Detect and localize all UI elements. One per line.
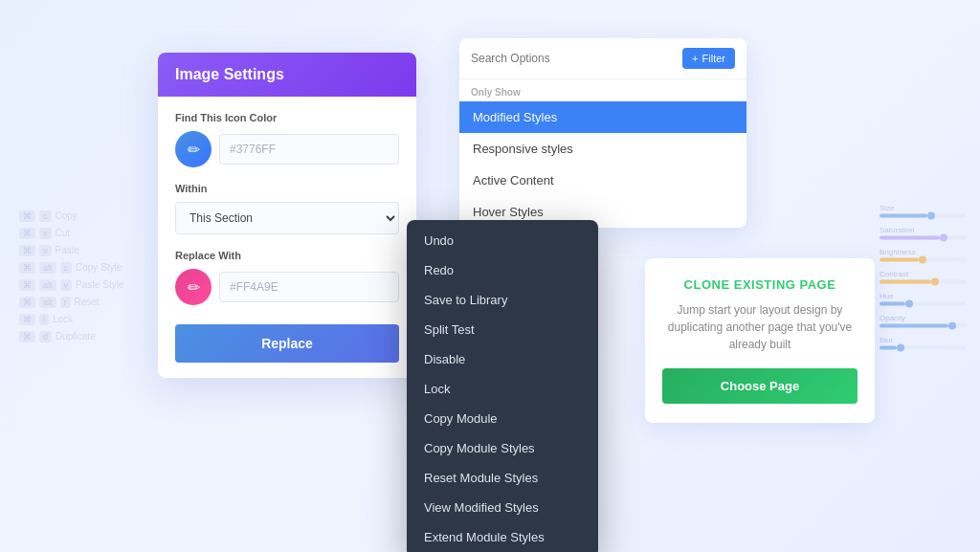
context-menu-lock[interactable]: Lock (407, 374, 598, 404)
context-menu-copy-module-styles[interactable]: Copy Module Styles (407, 433, 598, 463)
context-menu-extend-module-styles[interactable]: Extend Module Styles (407, 522, 598, 552)
only-show-label: Only Show (459, 79, 746, 101)
filter-item-responsive-styles[interactable]: Responsive styles (459, 133, 746, 165)
find-color-row: ✏ (175, 131, 399, 167)
clone-page-card: CLONE EXISTING PAGE Jump start your layo… (645, 258, 875, 423)
shortcut-copy-style: ⌘ alt c Copy Style (19, 262, 124, 274)
context-menu-disable[interactable]: Disable (407, 344, 598, 374)
filter-button[interactable]: + Filter (682, 48, 735, 69)
shortcut-reset: ⌘ alt r Reset (19, 297, 124, 308)
context-menu-undo[interactable]: Undo (407, 226, 598, 255)
shortcut-copy: ⌘ c Copy (19, 210, 124, 222)
filter-item-active-content[interactable]: Active Content (459, 165, 746, 196)
context-menu: Undo Redo Save to Library Split Test Dis… (407, 220, 598, 552)
shortcut-cut: ⌘ x Cut (19, 228, 124, 239)
within-select[interactable]: This Section This Page All Pages (175, 202, 399, 234)
clone-card-description: Jump start your layout design by duplica… (662, 301, 858, 353)
context-menu-save-to-library[interactable]: Save to Library (407, 285, 598, 315)
shortcuts-panel: ⌘ c Copy ⌘ x Cut ⌘ v Paste ⌘ alt c Copy … (19, 210, 124, 342)
replace-label: Replace With (175, 250, 399, 261)
context-menu-view-modified-styles[interactable]: View Modified Styles (407, 493, 598, 522)
shortcut-lock: ⌘ l Lock (19, 314, 124, 325)
replace-color-swatch[interactable]: ✏ (175, 269, 212, 305)
pencil-icon: ✏ (188, 141, 200, 159)
slider-size: Size (880, 203, 966, 217)
replace-color-input[interactable] (219, 272, 399, 302)
pencil-icon-replace: ✏ (188, 278, 200, 297)
slider-brightness: Brightness (880, 247, 966, 261)
card-header: Image Settings (158, 53, 416, 97)
context-menu-reset-module-styles[interactable]: Reset Module Styles (407, 463, 598, 493)
filter-item-modified-styles[interactable]: Modified Styles (459, 101, 746, 133)
slider-hue: Hue (880, 291, 966, 305)
card-title: Image Settings (175, 66, 284, 82)
search-options-input[interactable] (471, 52, 675, 65)
context-menu-split-test[interactable]: Split Test (407, 315, 598, 344)
choose-page-button[interactable]: Choose Page (662, 368, 858, 404)
find-color-label: Find This Icon Color (175, 112, 399, 123)
search-filter-panel: + Filter Only Show Modified Styles Respo… (459, 38, 746, 228)
slider-blur: Blur (880, 335, 966, 349)
filter-icon: + (692, 53, 698, 64)
clone-card-title: CLONE EXISTING PAGE (662, 277, 858, 292)
slider-contrast: Contrast (880, 269, 966, 283)
sliders-panel: Size Saturation Brightness Contrast Hue (880, 203, 966, 349)
shortcut-duplicate: ⌘ d Duplicate (19, 331, 124, 342)
slider-opacity: Opacity (880, 313, 966, 327)
filter-label: Filter (702, 53, 725, 64)
search-row: + Filter (459, 38, 746, 79)
card-body: Find This Icon Color ✏ Within This Secti… (158, 97, 416, 378)
replace-button[interactable]: Replace (175, 324, 399, 363)
shortcut-paste: ⌘ v Paste (19, 245, 124, 256)
within-label: Within (175, 183, 399, 194)
replace-color-row: ✏ (175, 269, 399, 305)
slider-saturation: Saturation (880, 225, 966, 239)
find-color-input[interactable] (219, 134, 399, 165)
find-color-swatch[interactable]: ✏ (175, 131, 212, 167)
shortcut-paste-style: ⌘ alt v Paste Style (19, 279, 124, 291)
image-settings-card: Image Settings Find This Icon Color ✏ Wi… (158, 53, 416, 378)
context-menu-redo[interactable]: Redo (407, 255, 598, 285)
context-menu-copy-module[interactable]: Copy Module (407, 404, 598, 433)
